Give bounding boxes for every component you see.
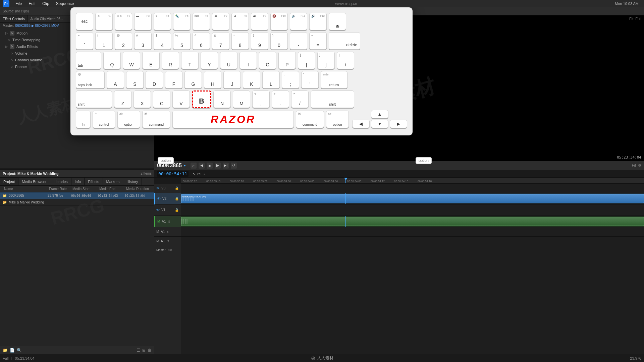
key-space[interactable]: RAZOR <box>172 111 294 128</box>
key-8[interactable]: * 8 <box>231 32 249 50</box>
key-semicolon[interactable]: : ; <box>282 71 299 88</box>
key-z[interactable]: Z <box>114 90 131 108</box>
key-shift-left[interactable]: shift <box>76 90 112 108</box>
trash-btn[interactable]: 🗑 <box>148 348 152 353</box>
pb-btn-step-fwd[interactable]: ▶| <box>223 163 229 169</box>
key-d[interactable]: D <box>146 71 163 88</box>
key-w[interactable]: W <box>123 52 140 69</box>
tab-effects[interactable]: Effects <box>85 178 103 185</box>
project-item-1[interactable]: 📂 Mike & Markie Wedding <box>0 199 154 206</box>
track-a3-eye[interactable]: M <box>156 239 159 243</box>
track-v2-lock[interactable]: 🔒 <box>175 197 179 200</box>
track-v1-lock[interactable]: 🔒 <box>175 208 179 212</box>
tab-effect-controls[interactable]: Effect Controls <box>0 15 28 22</box>
key-r[interactable]: R <box>162 52 179 69</box>
track-v2-eye[interactable]: 👁 <box>157 197 161 200</box>
pb-btn-mark-in[interactable]: ⌐ <box>191 163 197 169</box>
track-v3-lock[interactable]: 🔒 <box>175 186 179 190</box>
tab-project[interactable]: Project <box>0 178 18 185</box>
key-arrow-right[interactable]: ▶ <box>390 120 407 128</box>
menu-file[interactable]: File <box>12 0 25 7</box>
key-7[interactable]: & 7 <box>212 32 229 50</box>
key-arrow-down[interactable]: ▼ <box>371 120 388 128</box>
key-tab[interactable]: tab <box>76 52 101 69</box>
tl-tool-select[interactable]: ↖ <box>193 172 196 176</box>
key-f2[interactable]: ☀☀F2 <box>115 13 132 30</box>
key-f11[interactable]: 🔉F11 <box>290 13 307 30</box>
key-y[interactable]: Y <box>201 52 218 69</box>
tl-scope-settings[interactable]: ⚙ <box>638 163 641 168</box>
key-e[interactable]: E <box>142 52 160 69</box>
key-l[interactable]: L <box>262 71 280 88</box>
key-f[interactable]: F <box>165 71 182 88</box>
key-0[interactable]: ) 0 <box>270 32 288 50</box>
track-a3-s[interactable]: S <box>167 240 169 243</box>
key-f1[interactable]: ☀F1 <box>95 13 113 30</box>
key-f8[interactable]: ⏯F8 <box>231 13 249 30</box>
key-caps-lock[interactable]: caps lock <box>76 71 105 88</box>
menu-sequence[interactable]: Sequence <box>53 0 77 7</box>
key-j[interactable]: J <box>223 71 241 88</box>
key-backslash[interactable]: | \ <box>337 52 354 69</box>
pb-btn-loop[interactable]: ↺ <box>231 163 237 169</box>
key-f10[interactable]: 🔇F10 <box>270 13 288 30</box>
icon-view-btn[interactable]: ⊞ <box>142 348 146 353</box>
key-shift-right[interactable]: shift <box>311 90 354 108</box>
key-3[interactable]: # 3 <box>134 32 152 50</box>
key-g[interactable]: G <box>184 71 202 88</box>
tab-media-browser[interactable]: Media Browser <box>18 178 50 185</box>
track-a1-eye[interactable]: M <box>157 220 160 223</box>
key-slash[interactable]: ? / <box>291 90 309 108</box>
key-v[interactable]: V <box>172 90 190 108</box>
key-arrow-left[interactable]: ◀ <box>352 120 370 128</box>
key-equals[interactable]: + = <box>309 32 327 50</box>
key-f4[interactable]: ℹF4 <box>154 13 171 30</box>
list-view-btn[interactable]: ☰ <box>137 348 140 353</box>
key-m[interactable]: M <box>233 90 250 108</box>
key-return[interactable]: enter return <box>321 71 347 88</box>
key-f9[interactable]: ⏭F9 <box>251 13 268 30</box>
key-f12[interactable]: 🔊F12 <box>309 13 327 30</box>
key-lbracket[interactable]: { [ <box>298 52 315 69</box>
key-delete[interactable]: delete <box>329 32 360 50</box>
key-comma[interactable]: < , <box>252 90 270 108</box>
key-command-left[interactable]: ⌘ command <box>142 111 170 128</box>
clip-v2[interactable]: 060K3922.MOV [V] <box>181 194 644 203</box>
tab-markers[interactable]: Markers <box>103 178 123 185</box>
track-a1-s[interactable]: S <box>168 220 170 223</box>
key-f3[interactable]: ▬F3 <box>134 13 152 30</box>
key-5[interactable]: % 5 <box>173 32 191 50</box>
key-f7[interactable]: ⏮F7 <box>212 13 229 30</box>
project-item-0[interactable]: 📁 060K3865 23.976 fps 00:00:00:00 05:23:… <box>0 192 154 199</box>
key-q[interactable]: Q <box>103 52 121 69</box>
new-item-btn[interactable]: 📄 <box>10 348 15 353</box>
key-o[interactable]: O <box>259 52 276 69</box>
key-period[interactable]: > . <box>272 90 289 108</box>
tl-tool-slip[interactable]: ↔ <box>202 172 206 176</box>
key-s[interactable]: S <box>126 71 144 88</box>
key-u[interactable]: U <box>220 52 237 69</box>
track-a2-s[interactable]: S <box>167 230 169 234</box>
key-command-right[interactable]: ⌘ command <box>296 111 324 128</box>
key-6[interactable]: ^ 6 <box>193 32 210 50</box>
menu-clip[interactable]: Clip <box>39 0 53 7</box>
track-v1-eye[interactable]: 👁 <box>156 208 160 212</box>
key-x[interactable]: X <box>133 90 151 108</box>
tl-tool-razor[interactable]: ✂ <box>197 172 201 176</box>
key-h[interactable]: H <box>204 71 221 88</box>
tab-info[interactable]: Info <box>71 178 85 185</box>
key-9[interactable]: ( 9 <box>251 32 268 50</box>
key-control[interactable]: ⌃ control <box>93 111 115 128</box>
key-fn[interactable]: fn <box>76 111 91 128</box>
key-minus[interactable]: _ - <box>290 32 307 50</box>
new-bin-btn[interactable]: 📁 <box>3 348 8 353</box>
key-quote[interactable]: " ' <box>301 71 319 88</box>
key-eject[interactable]: ⏏ <box>329 13 346 30</box>
key-f5[interactable]: 🔦F5 <box>173 13 191 30</box>
tab-libraries[interactable]: Libraries <box>50 178 71 185</box>
menu-edit[interactable]: Edit <box>25 0 39 7</box>
key-arrow-up[interactable]: ▲ <box>371 110 388 118</box>
key-rbracket[interactable]: } ] <box>317 52 335 69</box>
key-k[interactable]: K <box>243 71 260 88</box>
track-a2-eye[interactable]: M <box>156 230 159 234</box>
